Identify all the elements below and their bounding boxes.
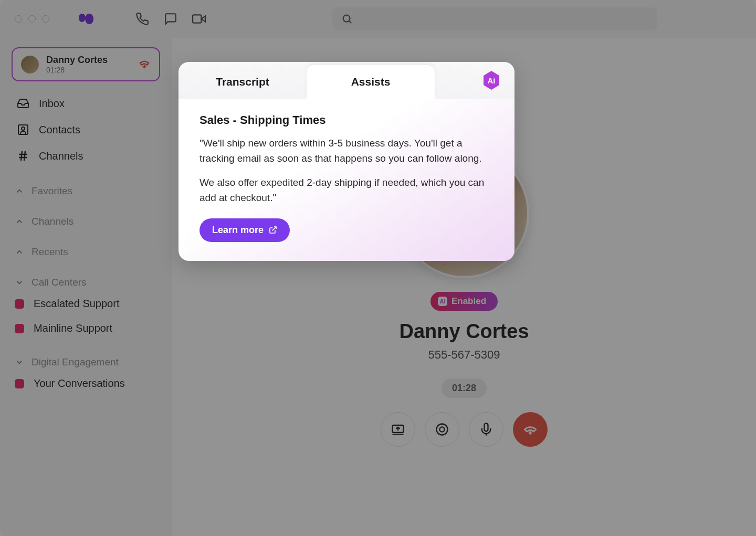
assist-popover: Transcript Assists Ai Sales - Shipping T…	[178, 62, 514, 261]
tab-assists[interactable]: Assists	[307, 65, 435, 99]
learn-more-button[interactable]: Learn more	[200, 218, 290, 242]
assist-paragraph: We also offer expedited 2-day shipping i…	[200, 175, 494, 206]
assist-paragraph: "We'll ship new orders within 3-5 busine…	[200, 135, 494, 166]
ai-hex-icon: Ai	[481, 70, 502, 91]
tab-transcript[interactable]: Transcript	[178, 65, 307, 99]
svg-line-15	[272, 227, 276, 230]
assist-title: Sales - Shipping Times	[200, 113, 494, 127]
svg-text:Ai: Ai	[488, 76, 496, 85]
external-link-icon	[269, 226, 277, 234]
button-label: Learn more	[212, 225, 264, 236]
